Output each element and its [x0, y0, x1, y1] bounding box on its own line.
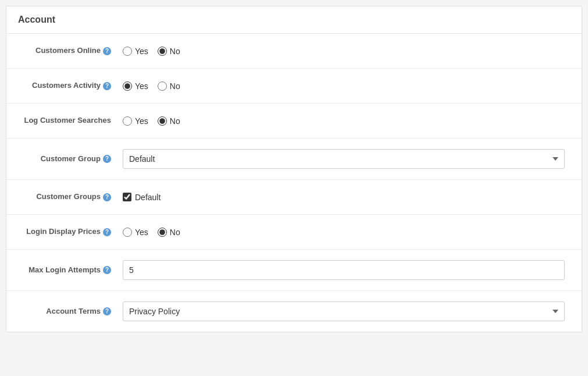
radio-label-login-display-prices-yes[interactable]: Yes [123, 228, 148, 237]
label-log-customer-searches: Log Customer Searches [18, 115, 123, 126]
radio-text-login-display-prices-yes: Yes [135, 228, 148, 237]
panel-title: Account [6, 6, 582, 34]
select-account-terms[interactable]: Privacy PolicyTerms & ConditionsNone [123, 301, 565, 321]
label-customer-group: Customer Group? [18, 154, 123, 164]
radio-text-login-display-prices-no: No [170, 228, 180, 237]
control-customers-online: YesNo [123, 47, 570, 56]
control-customer-groups: Default [123, 193, 570, 202]
help-icon-customer-group[interactable]: ? [103, 155, 111, 163]
radio-group-customers-activity: YesNo [123, 81, 180, 91]
select-wrapper-customer-group: DefaultGuestGeneralWholesale [123, 149, 565, 169]
account-panel: Account Customers Online?YesNoCustomers … [6, 6, 582, 332]
help-icon-account-terms[interactable]: ? [103, 307, 111, 315]
radio-input-login-display-prices-no[interactable] [158, 228, 167, 237]
help-icon-login-display-prices[interactable]: ? [103, 228, 111, 236]
control-log-customer-searches: YesNo [123, 116, 570, 126]
radio-group-log-customer-searches: YesNo [123, 116, 180, 126]
row-login-display-prices: Login Display Prices?YesNo [6, 215, 582, 250]
radio-input-customers-activity-yes[interactable] [123, 81, 132, 91]
radio-label-login-display-prices-no[interactable]: No [158, 228, 180, 237]
radio-group-login-display-prices: YesNo [123, 228, 180, 237]
control-login-display-prices: YesNo [123, 228, 570, 237]
label-customers-activity: Customers Activity? [18, 80, 123, 91]
radio-label-customers-activity-yes[interactable]: Yes [123, 81, 148, 91]
radio-input-customers-online-yes[interactable] [123, 47, 132, 56]
select-customer-group[interactable]: DefaultGuestGeneralWholesale [123, 149, 565, 169]
radio-label-log-customer-searches-no[interactable]: No [158, 116, 180, 126]
row-customer-groups: Customer Groups?Default [6, 180, 582, 215]
checkbox-input-customer-groups[interactable] [123, 193, 131, 201]
label-account-terms: Account Terms? [18, 306, 123, 317]
control-customer-group: DefaultGuestGeneralWholesale [123, 149, 570, 169]
radio-text-log-customer-searches-no: No [170, 116, 180, 126]
radio-group-customers-online: YesNo [123, 47, 180, 56]
help-icon-customer-groups[interactable]: ? [103, 193, 111, 201]
radio-label-customers-online-yes[interactable]: Yes [123, 47, 148, 56]
label-login-display-prices: Login Display Prices? [18, 226, 123, 237]
row-max-login-attempts: Max Login Attempts? [6, 250, 582, 291]
radio-label-customers-online-no[interactable]: No [158, 47, 180, 56]
radio-input-customers-activity-no[interactable] [158, 81, 167, 91]
radio-input-log-customer-searches-no[interactable] [158, 116, 167, 126]
help-icon-customers-online[interactable]: ? [103, 47, 111, 55]
control-account-terms: Privacy PolicyTerms & ConditionsNone [123, 301, 570, 321]
select-wrapper-account-terms: Privacy PolicyTerms & ConditionsNone [123, 301, 565, 321]
row-customer-group: Customer Group?DefaultGuestGeneralWholes… [6, 139, 582, 180]
control-max-login-attempts [123, 260, 570, 280]
radio-label-log-customer-searches-yes[interactable]: Yes [123, 116, 148, 126]
control-customers-activity: YesNo [123, 81, 570, 91]
row-customers-online: Customers Online?YesNo [6, 34, 582, 69]
row-account-terms: Account Terms?Privacy PolicyTerms & Cond… [6, 291, 582, 332]
label-customer-groups: Customer Groups? [18, 191, 123, 202]
help-icon-max-login-attempts[interactable]: ? [103, 266, 111, 274]
help-icon-customers-activity[interactable]: ? [103, 82, 111, 90]
checkbox-label-customer-groups[interactable]: Default [123, 193, 161, 202]
radio-text-customers-activity-yes: Yes [135, 81, 148, 91]
radio-text-customers-activity-no: No [170, 81, 180, 91]
radio-text-customers-online-no: No [170, 47, 180, 56]
text-input-max-login-attempts[interactable] [123, 260, 565, 280]
label-max-login-attempts: Max Login Attempts? [18, 265, 123, 275]
radio-input-login-display-prices-yes[interactable] [123, 228, 132, 237]
radio-input-log-customer-searches-yes[interactable] [123, 116, 132, 126]
radio-text-customers-online-yes: Yes [135, 47, 148, 56]
row-customers-activity: Customers Activity?YesNo [6, 69, 582, 104]
radio-input-customers-online-no[interactable] [158, 47, 167, 56]
checkbox-text-customer-groups: Default [135, 193, 161, 202]
radio-text-log-customer-searches-yes: Yes [135, 116, 148, 126]
label-customers-online: Customers Online? [18, 45, 123, 56]
radio-label-customers-activity-no[interactable]: No [158, 81, 180, 91]
row-log-customer-searches: Log Customer SearchesYesNo [6, 104, 582, 139]
input-wrapper-max-login-attempts [123, 260, 565, 280]
